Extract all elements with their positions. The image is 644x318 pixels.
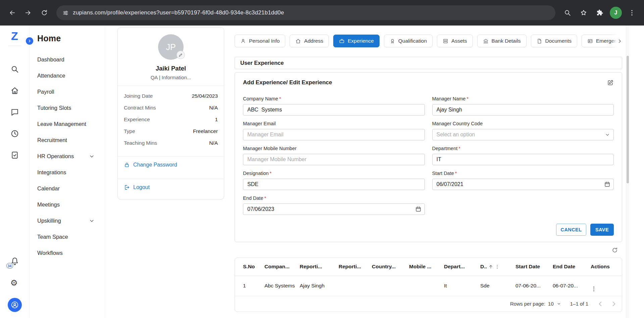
- cell-reporting-manager: Ajay Singh: [296, 276, 335, 296]
- designation-input[interactable]: [243, 179, 425, 190]
- form-actions: CANCEL SAVE: [243, 224, 614, 236]
- sidebar-item-meetings[interactable]: Meetings: [37, 196, 105, 213]
- browser-menu-icon[interactable]: [625, 5, 639, 20]
- tasks-icon[interactable]: [10, 151, 19, 160]
- sidebar-item-upskilling[interactable]: Upskilling: [37, 213, 105, 229]
- column-header-start-date[interactable]: Start Date: [512, 258, 549, 276]
- logout-icon: [124, 184, 130, 190]
- field-label: Department*: [432, 146, 614, 151]
- end-date-input[interactable]: [243, 203, 425, 215]
- avatar-wrap: JP: [158, 34, 184, 60]
- sidebar-item-calendar[interactable]: Calendar: [37, 180, 105, 196]
- tab-qualification[interactable]: Qualification: [384, 35, 433, 47]
- company-name-input[interactable]: [243, 104, 425, 116]
- column-header-company[interactable]: Compan...: [261, 258, 296, 276]
- field-department: Department*: [432, 146, 614, 165]
- back-icon[interactable]: [5, 5, 19, 20]
- field-label: Designation*: [243, 171, 425, 176]
- home-icon[interactable]: [10, 86, 19, 95]
- tab-documents[interactable]: Documents: [531, 35, 577, 47]
- previous-page-icon[interactable]: [597, 301, 604, 307]
- person-icon: [240, 38, 246, 44]
- sidebar-collapse-toggle[interactable]: [26, 37, 33, 45]
- row-actions-menu-icon[interactable]: [591, 280, 618, 292]
- column-menu-icon[interactable]: [495, 264, 500, 269]
- extensions-icon[interactable]: [592, 5, 607, 20]
- required-asterisk: *: [279, 96, 281, 101]
- refresh-icon[interactable]: [37, 5, 52, 20]
- search-icon[interactable]: [10, 65, 19, 74]
- zoom-icon[interactable]: [560, 5, 575, 20]
- site-settings-icon[interactable]: [62, 10, 69, 16]
- table-row[interactable]: 1 Abc Systems Ajay Singh It Sde 07-06-20…: [235, 276, 622, 296]
- nav-list: Dashboard Attendance Payroll Tutoring Sl…: [37, 51, 105, 261]
- manager-name-input[interactable]: [432, 104, 614, 116]
- change-password-link[interactable]: Change Password: [124, 156, 218, 173]
- column-header-sno[interactable]: S.No: [235, 258, 261, 276]
- tabs-scroll-right-icon[interactable]: [611, 35, 622, 47]
- chat-icon[interactable]: [10, 108, 19, 117]
- required-asterisk: *: [466, 96, 468, 101]
- sidebar-item-integrations[interactable]: Integrations: [37, 164, 105, 180]
- my-profile-icon[interactable]: [8, 298, 22, 312]
- logout-link[interactable]: Logout: [124, 179, 218, 196]
- app-logo: Z: [11, 30, 18, 42]
- tab-bank-details[interactable]: Bank Details: [477, 35, 527, 47]
- forward-icon[interactable]: [21, 5, 36, 20]
- sort-ascending-icon[interactable]: [488, 264, 493, 269]
- sidebar-item-workflows[interactable]: Workflows: [37, 245, 105, 261]
- sidebar-item-dashboard[interactable]: Dashboard: [37, 51, 105, 67]
- sidebar-item-team-space[interactable]: Team Space: [37, 229, 105, 245]
- emergency-contact-icon: [587, 38, 593, 44]
- url-bar[interactable]: zupians.com/profile/experiences?user=b59…: [56, 5, 555, 20]
- profile-details: Joining Date 25/04/2023 Contract Mins N/…: [124, 86, 218, 151]
- manager-mobile-number-input[interactable]: [243, 154, 425, 165]
- sidebar-item-payroll[interactable]: Payroll: [37, 84, 105, 100]
- column-header-mobile[interactable]: Mobile ...: [406, 258, 441, 276]
- save-button[interactable]: SAVE: [590, 224, 614, 236]
- column-header-reporting-manager[interactable]: Reporti...: [296, 258, 335, 276]
- bookmark-star-icon[interactable]: [576, 5, 591, 20]
- tab-personal-info[interactable]: Personal Info: [235, 35, 285, 47]
- edit-avatar-button[interactable]: [177, 51, 185, 59]
- settings-gear-icon[interactable]: ⚙: [10, 278, 19, 287]
- cell-reporting-email: [335, 276, 368, 296]
- notifications-bell-icon[interactable]: 34: [10, 257, 19, 266]
- tab-assets[interactable]: Assets: [437, 35, 473, 47]
- cell-sno: 1: [235, 276, 261, 296]
- app-shell: Z 34: [0, 26, 644, 318]
- detail-row: Contract Mins N/A: [124, 102, 218, 113]
- scrollbar-thumb[interactable]: [627, 56, 629, 183]
- calendar-icon[interactable]: [415, 206, 422, 212]
- tab-experience[interactable]: Experience: [333, 35, 380, 47]
- clock-icon[interactable]: [10, 129, 19, 138]
- cell-mobile: [406, 276, 441, 296]
- notification-count-badge: 34: [6, 263, 13, 269]
- field-designation: Designation*: [243, 171, 425, 190]
- icon-rail: Z 34: [0, 26, 30, 318]
- calendar-icon[interactable]: [604, 181, 610, 187]
- column-header-department[interactable]: Depart...: [441, 258, 477, 276]
- manager-email-input[interactable]: [243, 129, 425, 140]
- column-header-end-date[interactable]: End Date: [549, 258, 587, 276]
- table-refresh-icon[interactable]: [611, 247, 618, 254]
- browser-profile-avatar[interactable]: J: [610, 7, 622, 19]
- column-header-reporting-email[interactable]: Reporti...: [335, 258, 368, 276]
- column-header-designation[interactable]: D..: [477, 258, 512, 276]
- next-page-icon[interactable]: [610, 301, 617, 307]
- tab-address[interactable]: Address: [290, 35, 329, 47]
- cell-designation: Sde: [477, 276, 512, 296]
- sidebar-item-tutoring-slots[interactable]: Tutoring Slots: [37, 100, 105, 116]
- sidebar-item-attendance[interactable]: Attendance: [37, 67, 105, 84]
- cancel-button[interactable]: CANCEL: [556, 224, 586, 236]
- home-icon: [295, 38, 301, 44]
- sidebar-item-hr-operations[interactable]: HR Operations: [37, 148, 105, 164]
- rows-per-page-select[interactable]: Rows per page: 10: [510, 301, 561, 307]
- sidebar-item-recruitment[interactable]: Recruitment: [37, 132, 105, 148]
- column-header-country-code[interactable]: Country...: [368, 258, 406, 276]
- department-input[interactable]: [432, 154, 614, 165]
- edit-icon[interactable]: [607, 79, 614, 86]
- start-date-input[interactable]: [432, 179, 614, 190]
- sidebar-item-leave-management[interactable]: Leave Management: [37, 116, 105, 132]
- manager-country-code-select[interactable]: Select an option: [432, 129, 614, 140]
